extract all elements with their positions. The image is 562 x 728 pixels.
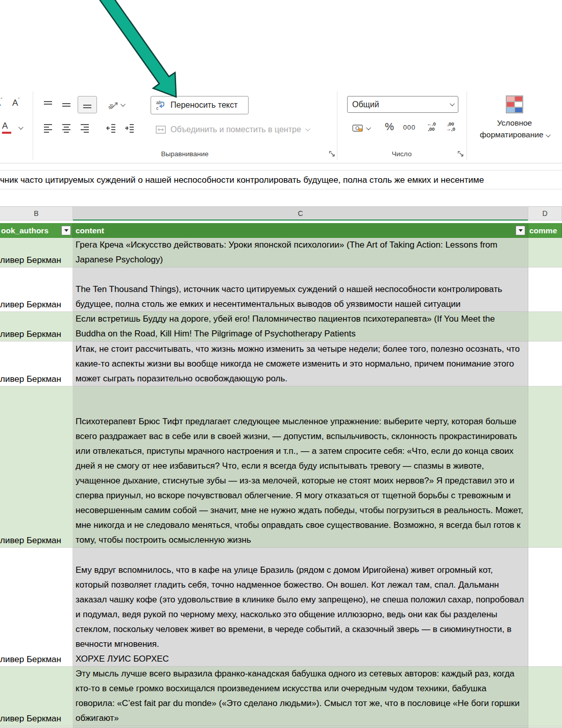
author-cell[interactable]: ливер Беркман	[0, 548, 73, 667]
author-cell-text: ливер Беркман	[0, 714, 61, 724]
content-cell[interactable]: Если встретишь Будду на дороге, убей его…	[73, 312, 528, 342]
wrap-text-button[interactable]: ab c Переносить текст	[151, 96, 249, 114]
table-row: ливер Беркман Психотерапевт Брюс Тифт пр…	[0, 386, 562, 548]
column-header-d[interactable]: D	[528, 207, 562, 220]
content-cell[interactable]: Психотерапевт Брюс Тифт предлагает следу…	[73, 386, 528, 548]
align-bottom-icon	[82, 99, 93, 110]
conditional-formatting-chevron-icon	[546, 132, 551, 137]
comments-cell[interactable]	[528, 238, 562, 268]
comments-cell[interactable]	[528, 386, 562, 548]
author-cell[interactable]: ливер Беркман	[0, 667, 73, 726]
increase-indent-icon	[124, 123, 135, 134]
shrink-font-label: A	[12, 98, 18, 108]
comments-header-cell[interactable]: comme	[528, 223, 562, 238]
font-color-label: A	[2, 121, 8, 131]
comments-cell[interactable]	[528, 312, 562, 342]
comments-cell[interactable]	[528, 268, 562, 312]
table-header-row: ook_authors content comme	[0, 223, 562, 238]
author-cell-text: ливер Беркман	[0, 536, 61, 546]
author-cell[interactable]: ливер Беркман	[0, 342, 73, 386]
number-format-chevron-icon	[450, 101, 455, 106]
comments-cell[interactable]	[528, 667, 562, 726]
formula-bar[interactable]: чник часто цитируемых суждений о нашей н…	[0, 170, 562, 189]
percent-glyph: %	[385, 121, 394, 133]
align-bottom-button[interactable]	[78, 96, 97, 113]
author-cell-text: ливер Беркман	[0, 329, 61, 339]
table-row: ливер Беркман Если встретишь Будду на до…	[0, 312, 562, 342]
column-header-b[interactable]: B	[0, 207, 73, 220]
font-color-chevron-icon[interactable]	[18, 125, 23, 130]
number-dialog-launcher[interactable]	[457, 151, 464, 157]
author-cell[interactable]: ливер Беркман	[0, 238, 73, 268]
author-cell-text: ливер Беркман	[0, 300, 61, 310]
increase-indent-button[interactable]	[121, 120, 138, 136]
content-header-cell[interactable]: content	[73, 223, 528, 238]
percent-style-button[interactable]: %	[382, 119, 397, 134]
content-cell[interactable]: The Ten Thousand Things), источник часто…	[73, 268, 528, 312]
content-cell[interactable]	[73, 726, 528, 728]
align-middle-button[interactable]	[58, 96, 75, 113]
accounting-format-button[interactable]	[348, 121, 374, 135]
content-filter-button[interactable]	[516, 226, 525, 235]
comments-cell[interactable]	[528, 548, 562, 667]
comma-style-button[interactable]: 000	[400, 120, 419, 134]
align-right-button[interactable]	[77, 120, 93, 136]
content-cell[interactable]: Грега Креча «Искусство действовать: Урок…	[73, 238, 528, 268]
conditional-formatting-label-2: форматирование	[480, 130, 543, 139]
content-cell[interactable]: Ему вдруг вспомнилось, что в кафе на ули…	[73, 548, 528, 667]
content-cell[interactable]: Итак, не стоит рассчитывать, что жизнь м…	[73, 342, 528, 386]
author-cell-text: ливер Беркман	[0, 374, 61, 384]
conditional-formatting-label-1: Условное	[480, 117, 549, 129]
conditional-formatting-button[interactable]: Условное форматирование	[467, 91, 562, 159]
author-cell[interactable]: ливер Беркман	[0, 386, 73, 548]
number-format-combo[interactable]: Общий	[347, 96, 458, 113]
number-format-value: Общий	[352, 100, 379, 109]
authors-header-label: ook_authors	[1, 226, 48, 235]
author-cell-text: ливер Беркман	[0, 654, 61, 665]
group-separator	[33, 91, 33, 160]
font-color-button[interactable]: A	[2, 121, 8, 131]
author-cell[interactable]: ливер Беркман	[0, 268, 73, 312]
accounting-chevron-icon	[366, 125, 371, 130]
authors-filter-button[interactable]	[61, 226, 71, 235]
align-left-button[interactable]	[40, 120, 56, 136]
merge-center-button[interactable]: Объединить и поместить в центре	[151, 121, 335, 138]
content-cell[interactable]: Эту мысль лучше всего выразила франко-ка…	[73, 667, 528, 726]
column-header-c[interactable]: C	[73, 207, 528, 220]
filter-arrow-icon	[64, 229, 68, 232]
content-cell-text: Эту мысль лучше всего выразила франко-ка…	[73, 667, 528, 725]
table-row: ливер Беркман Эту мысль лучше всего выра…	[0, 667, 562, 726]
authors-header-cell[interactable]: ook_authors	[0, 223, 73, 238]
increase-decimal-icon-2: ,00	[428, 127, 434, 132]
font-color-swatch	[2, 132, 11, 134]
orientation-chevron-icon	[120, 102, 125, 107]
content-cell-text: Грега Креча «Искусство действовать: Урок…	[73, 238, 528, 267]
author-cell[interactable]	[0, 726, 73, 728]
alignment-dialog-launcher[interactable]	[329, 151, 335, 157]
merge-center-icon	[155, 125, 166, 135]
increase-decimal-button[interactable]: ←.0,00	[423, 119, 440, 134]
svg-text:ab: ab	[156, 100, 161, 105]
comma-glyph: 000	[403, 124, 416, 131]
alignment-group-label: Выравнивание	[33, 150, 337, 158]
decrease-indent-button[interactable]	[103, 120, 119, 136]
author-cell[interactable]: ливер Беркман	[0, 312, 73, 342]
comments-cell[interactable]	[528, 342, 562, 386]
conditional-formatting-icon	[506, 95, 523, 113]
number-group-label: Число	[337, 150, 467, 158]
comments-cell[interactable]	[528, 726, 562, 728]
shrink-font-button[interactable]: Aˇ	[12, 98, 20, 108]
grow-font-button[interactable]: Aˆ	[0, 98, 3, 108]
content-cell-text: Ему вдруг вспомнилось, что в кафе на ули…	[73, 563, 528, 666]
table-row: ливер Беркман Итак, не стоит рассчитыват…	[0, 342, 562, 386]
merge-center-chevron-icon	[305, 126, 310, 131]
align-left-icon	[42, 123, 54, 134]
align-top-button[interactable]	[40, 96, 56, 113]
orientation-button[interactable]: ab	[102, 96, 129, 113]
text-orientation-icon: ab	[107, 99, 120, 111]
align-center-button[interactable]	[58, 120, 75, 136]
column-letter-row: B C D	[0, 206, 562, 221]
decrease-decimal-button[interactable]: ,00→,0	[442, 119, 459, 134]
align-right-icon	[79, 123, 90, 134]
accounting-icon	[352, 124, 363, 133]
